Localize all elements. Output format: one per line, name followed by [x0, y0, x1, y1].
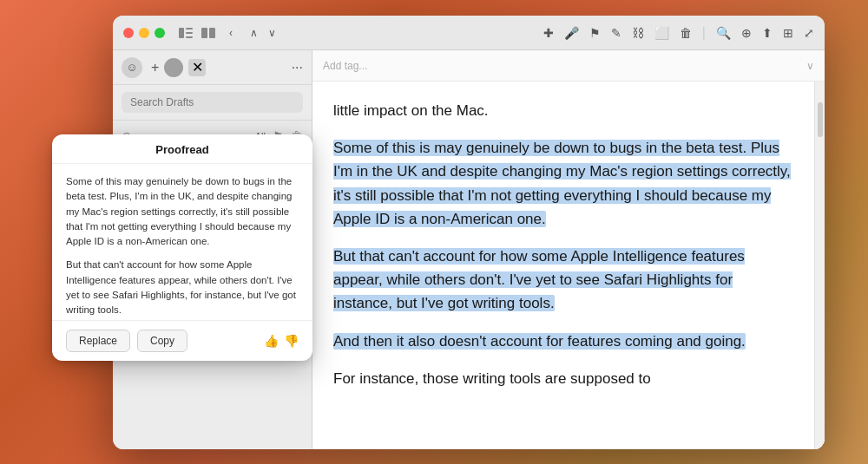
up-down-arrows: ∧ ∨ [247, 25, 279, 41]
back-arrow[interactable]: ‹ [226, 25, 236, 41]
profile-avatar[interactable] [164, 58, 183, 77]
maximize-button[interactable] [155, 28, 165, 38]
svg-rect-2 [186, 32, 193, 34]
proofread-paragraph-2: But that can't account for how some Appl… [66, 258, 299, 317]
proofread-popup: Proofread Some of this may genuinely be … [52, 134, 312, 361]
nav-arrows: ‹ [226, 25, 236, 41]
toolbar-right: ✚ 🎤 ⚑ ✎ ⛓ ⬜ 🗑 | 🔍 ⊕ ⬆ ⊞ ⤢ [543, 25, 814, 41]
highlighted-text-3: And then it also doesn't account for fea… [333, 333, 746, 350]
highlighted-text-1: Some of this is may genuinely be down to… [333, 140, 791, 227]
sidebar-toolbar: ☺ + ✕ ··· [113, 50, 312, 85]
traffic-lights [123, 28, 165, 38]
svg-rect-3 [186, 36, 193, 38]
feedback-icons: 👍 👎 [264, 334, 299, 348]
copy-button[interactable]: Copy [137, 330, 187, 352]
proofread-footer: Replace Copy 👍 👎 [52, 320, 312, 361]
sidebar-smile-icon[interactable]: ☺ [122, 57, 142, 78]
proofread-title: Proofread [52, 134, 312, 164]
editor-scrollbar[interactable] [814, 82, 825, 449]
proofread-body: Some of this may genuinely be down to bu… [52, 164, 312, 320]
paragraph-5: For instance, those writing tools are su… [333, 367, 793, 390]
search-bar [113, 85, 312, 121]
sidebar-icon[interactable] [179, 26, 193, 40]
title-bar: ‹ ∧ ∨ ✚ 🎤 ⚑ ✎ ⛓ ⬜ 🗑 | 🔍 ⊕ ⬆ ⊞ ⤢ [113, 16, 825, 50]
search-icon[interactable]: 🔍 [716, 26, 731, 40]
highlighted-text-2: But that can't account for how some Appl… [333, 248, 745, 311]
link-icon[interactable]: ⛓ [632, 26, 644, 40]
paragraph-2-highlighted: Some of this is may genuinely be down to… [333, 136, 793, 231]
flag-icon[interactable]: ⚑ [589, 26, 601, 40]
paragraph-4-highlighted: And then it also doesn't account for fea… [333, 330, 793, 353]
proofread-paragraph-1: Some of this may genuinely be down to bu… [66, 174, 299, 249]
svg-rect-4 [201, 28, 207, 38]
paragraph-1: little impact on the Mac. [333, 99, 793, 122]
titlebar-left-icons [179, 26, 215, 40]
paragraph-3-highlighted: But that can't account for how some Appl… [333, 245, 793, 316]
trash-icon[interactable]: 🗑 [680, 26, 692, 40]
editor-area: Add tag... ∨ little impact on the Mac. S… [312, 50, 825, 449]
scroll-thumb [818, 102, 823, 137]
pencil-icon[interactable]: ✎ [611, 26, 621, 40]
fullscreen-icon[interactable]: ⤢ [804, 26, 814, 40]
thumbs-up-icon[interactable]: 👍 [264, 334, 279, 348]
share-icon[interactable]: ⬆ [762, 26, 773, 40]
search-input[interactable] [122, 92, 303, 113]
inbox-icon[interactable]: ⬜ [654, 26, 669, 40]
svg-rect-0 [179, 28, 184, 38]
thumbs-down-icon[interactable]: 👎 [284, 334, 299, 348]
zoom-icon[interactable]: ⊕ [741, 26, 752, 40]
mic-icon[interactable]: 🎤 [564, 26, 579, 40]
svg-rect-5 [209, 28, 215, 38]
replace-button[interactable]: Replace [66, 330, 130, 352]
minimize-button[interactable] [139, 28, 149, 38]
sync-icon[interactable]: ✕ [188, 59, 206, 76]
close-button[interactable] [123, 28, 134, 38]
editor-toolbar: Add tag... ∨ [312, 50, 825, 82]
sidebar-more-button[interactable]: ··· [292, 60, 303, 75]
split-sidebar-icon[interactable] [201, 26, 215, 40]
editor-content[interactable]: little impact on the Mac. Some of this i… [312, 82, 814, 449]
up-arrow[interactable]: ∧ [247, 25, 261, 41]
down-arrow[interactable]: ∨ [265, 25, 279, 41]
tag-input[interactable]: Add tag... [323, 60, 799, 72]
window-tile-icon[interactable]: ⊞ [783, 26, 793, 40]
svg-rect-1 [186, 28, 193, 29]
compose-icon[interactable]: ✚ [543, 26, 554, 40]
new-draft-button[interactable]: + [151, 60, 159, 75]
tag-chevron-icon[interactable]: ∨ [806, 60, 814, 72]
